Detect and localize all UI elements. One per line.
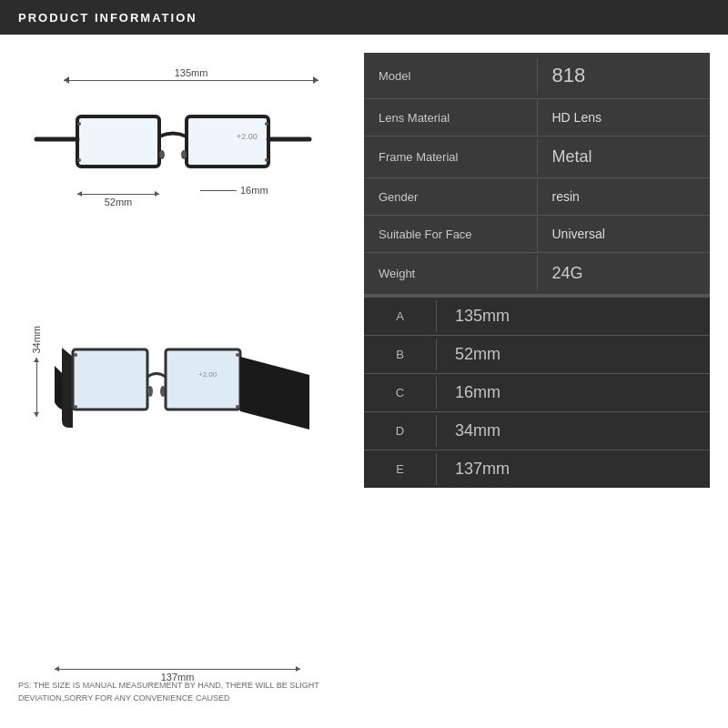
dim-key-e: E bbox=[364, 453, 437, 485]
svg-rect-13 bbox=[73, 349, 147, 410]
dim-row-a: A 135mm bbox=[364, 298, 710, 336]
width-annotation: 135mm bbox=[46, 67, 337, 81]
glasses-front-svg: +2.00 bbox=[27, 89, 318, 235]
left-panel: 135mm bbox=[18, 53, 346, 710]
svg-text:+2.00: +2.00 bbox=[237, 132, 258, 141]
svg-point-14 bbox=[147, 386, 153, 397]
spec-row-lens: Lens Material HD Lens bbox=[364, 99, 710, 136]
dim-row-c: C 16mm bbox=[364, 374, 710, 412]
spec-label-lens: Lens Material bbox=[364, 100, 538, 136]
lens-width-line bbox=[77, 194, 159, 195]
spec-value-frame: Metal bbox=[538, 136, 711, 177]
disclaimer-text: PS: THE SIZE IS MANUAL MEASUREMENT BY HA… bbox=[18, 674, 346, 710]
height-line bbox=[36, 358, 37, 417]
right-panel: Model 818 Lens Material HD Lens bbox=[364, 53, 710, 710]
dim-row-d: D 34mm bbox=[364, 412, 710, 450]
dim-row-e: E 137mm bbox=[364, 450, 710, 488]
glasses-side-svg: +2.00 bbox=[46, 311, 328, 466]
dim-value-c: 16mm bbox=[437, 374, 710, 411]
page-header: PRODUCT INFORMATION bbox=[0, 0, 728, 35]
spec-value-lens: HD Lens bbox=[538, 99, 711, 136]
svg-point-20 bbox=[236, 405, 239, 409]
dim-key-b: B bbox=[364, 339, 437, 370]
svg-point-19 bbox=[236, 353, 239, 357]
svg-point-4 bbox=[159, 150, 165, 159]
spec-row-model: Model 818 bbox=[364, 53, 710, 99]
dim-value-e: 137mm bbox=[437, 450, 710, 488]
spec-row-gender: Gender resin bbox=[364, 178, 710, 216]
dim-row-b: B 52mm bbox=[364, 336, 710, 374]
spec-value-gender: resin bbox=[538, 178, 711, 215]
bridge-label: 16mm bbox=[240, 185, 268, 196]
svg-point-11 bbox=[77, 158, 81, 162]
spec-label-gender: Gender bbox=[364, 179, 538, 215]
svg-point-17 bbox=[74, 353, 77, 357]
height-annotation: 34mm bbox=[31, 326, 42, 417]
spec-label-model: Model bbox=[364, 58, 538, 94]
dim-value-d: 34mm bbox=[437, 412, 710, 450]
spec-value-face: Universal bbox=[538, 216, 711, 252]
svg-rect-7 bbox=[188, 118, 267, 165]
dimensions-section: A 135mm B 52mm C 16mm D 34mm bbox=[364, 298, 710, 488]
svg-point-9 bbox=[77, 122, 81, 126]
svg-point-10 bbox=[265, 122, 268, 126]
spec-row-face: Suitable For Face Universal bbox=[364, 216, 710, 253]
svg-point-12 bbox=[265, 158, 268, 162]
bottom-glasses-diagram: 34mm bbox=[18, 298, 346, 710]
page-wrapper: PRODUCT INFORMATION 135mm bbox=[0, 0, 728, 728]
height-label: 34mm bbox=[31, 326, 42, 354]
dim-key-d: D bbox=[364, 415, 437, 447]
svg-point-18 bbox=[74, 405, 77, 409]
spec-label-face: Suitable For Face bbox=[364, 217, 538, 252]
length-line bbox=[55, 669, 300, 670]
bridge-annotation: 16mm bbox=[200, 185, 268, 196]
svg-rect-6 bbox=[79, 118, 157, 165]
dim-key-a: A bbox=[364, 300, 437, 332]
width-line bbox=[64, 80, 318, 81]
header-title: PRODUCT INFORMATION bbox=[18, 11, 197, 25]
dim-key-c: C bbox=[364, 377, 437, 409]
spec-value-weight: 24G bbox=[538, 253, 711, 294]
svg-rect-16 bbox=[166, 349, 240, 410]
spec-value-model: 818 bbox=[538, 53, 711, 98]
spec-label-weight: Weight bbox=[364, 256, 538, 291]
spec-label-frame: Frame Material bbox=[364, 139, 538, 175]
lens-width-label: 52mm bbox=[105, 197, 133, 207]
main-content: 135mm bbox=[0, 35, 728, 728]
width-label: 135mm bbox=[175, 67, 208, 78]
height-line-container: 34mm bbox=[31, 326, 42, 417]
specs-section: Model 818 Lens Material HD Lens bbox=[364, 53, 710, 294]
svg-text:+2.00: +2.00 bbox=[198, 370, 217, 379]
spec-row-weight: Weight 24G bbox=[364, 253, 710, 294]
bridge-line-row: 16mm bbox=[200, 185, 268, 196]
dim-value-b: 52mm bbox=[437, 336, 710, 373]
svg-point-5 bbox=[181, 150, 187, 159]
dim-value-a: 135mm bbox=[437, 298, 710, 335]
top-glasses-diagram: 135mm bbox=[18, 53, 346, 289]
lens-width-annotation: 52mm bbox=[77, 194, 159, 207]
disclaimer-area: PS: THE SIZE IS MANUAL MEASUREMENT BY HA… bbox=[18, 674, 346, 710]
spec-row-frame: Frame Material Metal bbox=[364, 136, 710, 178]
